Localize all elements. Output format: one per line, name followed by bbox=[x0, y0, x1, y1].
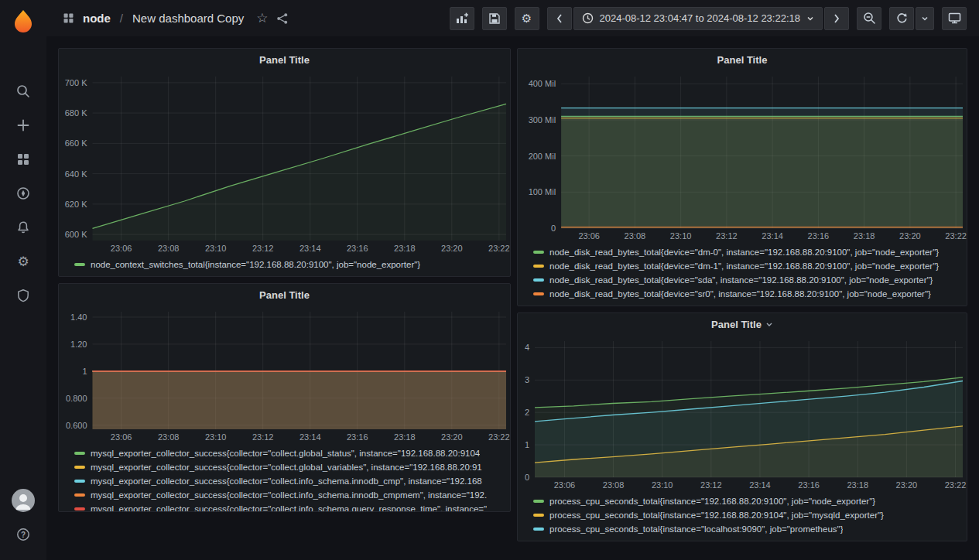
time-range-picker[interactable]: 2024-08-12 23:04:47 to 2024-08-12 23:22:… bbox=[573, 7, 823, 30]
series-label: node_disk_read_bytes_total{device="sda",… bbox=[549, 275, 933, 285]
refresh-interval-dropdown[interactable] bbox=[916, 7, 934, 30]
svg-text:200 Mil: 200 Mil bbox=[529, 152, 556, 161]
series-label: process_cpu_seconds_total{instance="192.… bbox=[549, 497, 875, 506]
refresh-icon bbox=[895, 12, 908, 25]
chart-canvas[interactable]: 600 K620 K640 K660 K680 K700 K23:0623:08… bbox=[59, 70, 510, 256]
legend: process_cpu_seconds_total{instance="192.… bbox=[518, 493, 967, 541]
legend-item[interactable]: node_disk_read_bytes_total{device="sda",… bbox=[533, 273, 960, 287]
svg-text:300 Mil: 300 Mil bbox=[529, 115, 556, 125]
shield-icon bbox=[15, 288, 31, 303]
panel-header[interactable]: Panel Title bbox=[518, 49, 967, 70]
chart-canvas[interactable]: 0100 Mil200 Mil300 Mil400 Mil23:0623:082… bbox=[518, 70, 967, 244]
series-color-swatch bbox=[74, 452, 85, 455]
svg-text:680 K: 680 K bbox=[65, 108, 87, 118]
gear-icon: ⚙ bbox=[17, 255, 29, 268]
sidebar-item-configuration[interactable]: ⚙ bbox=[0, 244, 46, 278]
save-icon bbox=[488, 12, 501, 25]
series-color-swatch bbox=[74, 507, 85, 510]
breadcrumb-title[interactable]: New dashboard Copy bbox=[132, 12, 244, 25]
sidebar-item-server-admin[interactable] bbox=[0, 278, 46, 312]
legend-item[interactable]: mysql_exporter_collector_success{collect… bbox=[74, 502, 504, 511]
svg-text:23:10: 23:10 bbox=[205, 244, 227, 253]
chart-canvas[interactable]: 0123423:0623:0823:1023:1223:1423:1623:18… bbox=[518, 335, 967, 493]
panel-disk-read-bytes: Panel Title 0100 Mil200 Mil300 Mil400 Mi… bbox=[517, 48, 967, 306]
time-shift-back-button[interactable] bbox=[547, 7, 572, 30]
svg-text:23:10: 23:10 bbox=[205, 432, 227, 442]
share-icon[interactable] bbox=[276, 12, 289, 25]
save-dashboard-button[interactable] bbox=[482, 7, 507, 30]
svg-text:23:14: 23:14 bbox=[300, 432, 321, 442]
svg-text:23:16: 23:16 bbox=[347, 432, 368, 442]
svg-text:640 K: 640 K bbox=[65, 169, 87, 179]
series-color-swatch bbox=[533, 528, 544, 531]
series-color-swatch bbox=[74, 466, 85, 469]
svg-text:23:10: 23:10 bbox=[652, 480, 673, 490]
navbar: node / New dashboard Copy ☆ ⚙ bbox=[46, 0, 979, 36]
series-color-swatch bbox=[74, 480, 85, 483]
sidebar: ⚙ ? bbox=[0, 0, 46, 560]
svg-text:23:16: 23:16 bbox=[798, 480, 820, 490]
legend-item[interactable]: node_disk_read_bytes_total{device="dm-0"… bbox=[533, 245, 960, 259]
svg-text:23:12: 23:12 bbox=[716, 231, 738, 241]
svg-text:3: 3 bbox=[525, 375, 529, 384]
panel-context-switches: Panel Title 600 K620 K640 K660 K680 K700… bbox=[58, 48, 511, 277]
cycle-view-button[interactable] bbox=[942, 7, 967, 30]
svg-text:23:20: 23:20 bbox=[441, 432, 463, 442]
time-shift-forward-button[interactable] bbox=[824, 7, 849, 30]
refresh-button[interactable] bbox=[889, 7, 914, 30]
dashboard-settings-button[interactable]: ⚙ bbox=[515, 7, 539, 30]
breadcrumb-separator: / bbox=[120, 12, 123, 25]
star-icon[interactable]: ☆ bbox=[256, 12, 268, 25]
zoom-out-button[interactable] bbox=[857, 7, 881, 30]
navbar-actions: ⚙ 2024-08-12 23:04:47 to 2024-08-12 23:2… bbox=[450, 7, 967, 30]
series-label: node_disk_read_bytes_total{device="dm-0"… bbox=[549, 248, 939, 257]
svg-text:23:14: 23:14 bbox=[300, 244, 321, 253]
legend: node_disk_read_bytes_total{device="dm-0"… bbox=[518, 244, 967, 306]
bell-icon bbox=[15, 220, 31, 235]
svg-text:2: 2 bbox=[525, 408, 529, 417]
plus-icon bbox=[15, 118, 31, 133]
panel-header[interactable]: Panel Title bbox=[59, 284, 510, 306]
legend-item[interactable]: mysql_exporter_collector_success{collect… bbox=[74, 460, 504, 474]
clock-icon bbox=[582, 12, 594, 24]
legend-item[interactable]: mysql_exporter_collector_success{collect… bbox=[74, 488, 504, 502]
panel-header[interactable]: Panel Title bbox=[518, 313, 967, 335]
svg-text:4: 4 bbox=[525, 343, 529, 352]
sidebar-item-alerting[interactable] bbox=[0, 210, 46, 244]
sidebar-item-explore[interactable] bbox=[0, 176, 46, 210]
legend[interactable]: mysql_exporter_collector_success{collect… bbox=[59, 445, 510, 511]
series-label: mysql_exporter_collector_success{collect… bbox=[91, 504, 487, 511]
breadcrumb: node / New dashboard Copy ☆ bbox=[62, 12, 289, 25]
legend-item[interactable]: process_cpu_seconds_total{instance="192.… bbox=[533, 508, 960, 522]
chart-canvas[interactable]: 0.6000.80011.201.4023:0623:0823:1023:122… bbox=[59, 306, 510, 445]
legend-item[interactable]: node_disk_read_bytes_total{device="dm-1"… bbox=[533, 259, 960, 273]
add-panel-button[interactable] bbox=[450, 7, 474, 30]
legend-item[interactable]: node_disk_read_bytes_total{device="sr0",… bbox=[533, 287, 960, 301]
avatar[interactable] bbox=[12, 489, 35, 512]
svg-text:23:22: 23:22 bbox=[488, 432, 510, 442]
sidebar-item-create[interactable] bbox=[0, 108, 46, 142]
panel-header[interactable]: Panel Title bbox=[59, 49, 510, 70]
series-label: mysql_exporter_collector_success{collect… bbox=[91, 476, 482, 486]
sidebar-bottom: ? bbox=[0, 489, 46, 560]
grafana-app: ⚙ ? node / New dashboard Copy ☆ bbox=[0, 0, 979, 560]
svg-text:23:06: 23:06 bbox=[578, 231, 600, 241]
sidebar-item-dashboards[interactable] bbox=[0, 142, 46, 176]
legend-item[interactable]: process_cpu_seconds_total{instance="loca… bbox=[533, 522, 960, 536]
panel-title: Panel Title bbox=[259, 54, 310, 66]
sidebar-item-search[interactable] bbox=[0, 74, 46, 108]
svg-text:23:20: 23:20 bbox=[441, 244, 463, 253]
svg-text:0: 0 bbox=[551, 224, 556, 233]
breadcrumb-folder[interactable]: node bbox=[83, 12, 111, 25]
legend-item[interactable]: process_cpu_seconds_total{instance="192.… bbox=[533, 494, 960, 508]
legend-item[interactable]: mysql_exporter_collector_success{collect… bbox=[74, 446, 504, 460]
grafana-logo[interactable] bbox=[12, 6, 35, 37]
legend-item[interactable]: mysql_exporter_collector_success{collect… bbox=[74, 474, 504, 488]
refresh-group bbox=[889, 7, 934, 30]
sidebar-item-help[interactable]: ? bbox=[0, 523, 46, 546]
apps-grid-icon[interactable] bbox=[62, 12, 75, 25]
gear-icon: ⚙ bbox=[522, 12, 532, 24]
legend-item[interactable]: node_context_switches_total{instance="19… bbox=[74, 258, 504, 271]
svg-text:23:06: 23:06 bbox=[111, 432, 132, 442]
series-label: process_cpu_seconds_total{instance="192.… bbox=[549, 510, 884, 520]
